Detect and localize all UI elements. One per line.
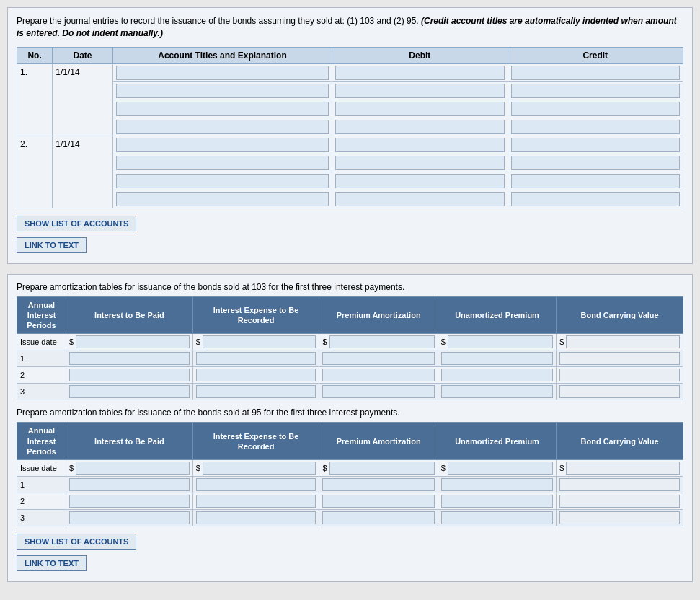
amort-103-1-prem-amort-input[interactable]	[322, 352, 434, 365]
amort-95-issue-unamort-input[interactable]	[448, 462, 553, 475]
entry-2-credit-input-1[interactable]	[511, 138, 680, 152]
amort-95-issue-prem-amort-input[interactable]	[329, 462, 435, 475]
amort-103-issue-carry: $	[557, 334, 683, 350]
entry-1-account-input-3[interactable]	[116, 102, 329, 116]
entry-2-account-input-3[interactable]	[116, 174, 329, 188]
amort-95-3-exp-input[interactable]	[196, 511, 316, 524]
amort-103-1-carry-input[interactable]	[559, 352, 680, 365]
amort-95-2-paid-input[interactable]	[69, 495, 190, 508]
amort-95-issue-row: Issue date $ $ $	[17, 460, 683, 477]
entry-2-account-input-1[interactable]	[116, 138, 329, 152]
entry-1-credit-input-4[interactable]	[511, 120, 680, 134]
dollar-sign: $	[196, 464, 201, 472]
amort-95-issue-carry-input[interactable]	[566, 462, 680, 475]
entry-2-account-input-4[interactable]	[116, 192, 329, 206]
entry-1-account-input-1[interactable]	[116, 66, 329, 80]
table-row: 1. 1/1/14	[17, 63, 683, 81]
entry-1-credit-input-1[interactable]	[511, 66, 680, 80]
amort-95-row-2: 2	[17, 493, 683, 510]
entry-1-no: 1.	[17, 63, 53, 136]
entry-1-debit-input-1[interactable]	[335, 66, 504, 80]
dollar-sign: $	[196, 338, 201, 346]
entry-2-credit-2	[508, 154, 683, 172]
entry-2-account-2	[112, 154, 332, 172]
amort-95-2-prem-amort	[319, 493, 438, 510]
dollar-sign: $	[322, 464, 327, 472]
amort-95-2-exp-input[interactable]	[196, 495, 316, 508]
amort-95-2-carry-input[interactable]	[559, 495, 680, 508]
entry-1-debit-input-2[interactable]	[335, 84, 504, 98]
amort-95-2-unamort-input[interactable]	[441, 495, 553, 508]
amort-103-2-carry-input[interactable]	[559, 369, 680, 381]
entry-2-credit-input-4[interactable]	[511, 192, 680, 206]
amort-95-3-carry-input[interactable]	[559, 511, 680, 524]
journal-instruction: Prepare the journal entries to record th…	[17, 15, 683, 40]
entry-1-credit-input-3[interactable]	[511, 102, 680, 116]
amort-95-3-paid-input[interactable]	[69, 511, 190, 524]
entry-2-credit-input-2[interactable]	[511, 156, 680, 170]
amort-103-2-exp-input[interactable]	[196, 369, 316, 381]
amort-103-col-bond-carry: Bond Carrying Value	[557, 296, 683, 334]
amort-95-1-carry-input[interactable]	[559, 478, 680, 491]
entry-2-debit-2	[332, 154, 508, 172]
amort-95-col-premium-amort: Premium Amortization	[319, 423, 438, 460]
amort-103-2-unamort-input[interactable]	[441, 369, 553, 381]
amort-95-1-paid	[66, 477, 193, 493]
entry-1-credit-input-2[interactable]	[511, 84, 680, 98]
amort-95-issue-prem-amort: $	[319, 460, 438, 477]
amort-103-3-exp-input[interactable]	[196, 385, 316, 398]
amort-95-issue-exp-input[interactable]	[203, 462, 316, 475]
amort-95-3-exp	[192, 510, 319, 526]
table-row	[17, 118, 683, 136]
amort-103-3-unamort-input[interactable]	[441, 385, 553, 398]
amort-103-issue-exp-input[interactable]	[203, 335, 316, 348]
amort-95-1-prem-amort	[319, 477, 438, 493]
entry-1-credit-2	[508, 81, 683, 100]
amort-95-3-prem-amort-input[interactable]	[322, 511, 434, 524]
amort-103-issue-unamort-input[interactable]	[448, 335, 553, 348]
entry-1-debit-input-4[interactable]	[335, 120, 504, 134]
amort-103-issue-carry-input[interactable]	[566, 335, 680, 348]
amort-95-1-prem-amort-input[interactable]	[322, 478, 434, 491]
amort-103-3-prem-amort-input[interactable]	[322, 385, 434, 398]
amort-103-issue-prem-amort-input[interactable]	[329, 335, 435, 348]
table-row	[17, 81, 683, 100]
show-accounts-button-2[interactable]: SHOW LIST OF ACCOUNTS	[17, 534, 136, 550]
amort-103-1-paid-input[interactable]	[69, 352, 190, 365]
entry-2-debit-input-4[interactable]	[335, 192, 504, 206]
amort-103-2-prem-amort-input[interactable]	[322, 369, 434, 381]
amort-103-3-carry-input[interactable]	[559, 385, 680, 398]
entry-2-account-1	[112, 136, 332, 154]
entry-2-debit-input-2[interactable]	[335, 156, 504, 170]
amort-95-issue-paid-input[interactable]	[76, 462, 190, 475]
entry-1-account-input-2[interactable]	[116, 84, 329, 98]
link-to-text-button-1[interactable]: LINK TO TEXT	[17, 237, 87, 253]
entry-2-debit-input-1[interactable]	[335, 138, 504, 152]
entry-2-account-input-2[interactable]	[116, 156, 329, 170]
amort-95-1-exp-input[interactable]	[196, 478, 316, 491]
link-to-text-button-2[interactable]: LINK TO TEXT	[17, 555, 87, 571]
amort-103-issue-paid-input[interactable]	[76, 335, 190, 348]
show-accounts-button-1[interactable]: SHOW LIST OF ACCOUNTS	[17, 216, 136, 231]
amort-103-1-exp-input[interactable]	[196, 352, 316, 365]
col-header-credit: Credit	[508, 47, 683, 63]
amort-103-3-paid-input[interactable]	[69, 385, 190, 398]
amort-95-2-prem-amort-input[interactable]	[322, 495, 434, 508]
amort-95-issue-exp: $	[192, 460, 319, 477]
amort-103-1-unamort-input[interactable]	[441, 352, 553, 365]
entry-1-credit-3	[508, 100, 683, 118]
entry-1-account-input-4[interactable]	[116, 120, 329, 134]
amort-95-1-paid-input[interactable]	[69, 478, 190, 491]
amort-103-label-2: 2	[17, 367, 66, 384]
amort-103-2-paid-input[interactable]	[69, 369, 190, 381]
table-row	[17, 154, 683, 172]
entry-2-credit-input-3[interactable]	[511, 174, 680, 188]
amort-103-1-prem-amort	[319, 350, 438, 367]
amort-95-3-unamort-input[interactable]	[441, 511, 553, 524]
entry-2-debit-input-3[interactable]	[335, 174, 504, 188]
amort-95-label-1: 1	[17, 477, 66, 493]
amort-103-label-3: 3	[17, 384, 66, 400]
entry-1-debit-input-3[interactable]	[335, 102, 504, 116]
amort-95-row-1: 1	[17, 477, 683, 493]
amort-95-1-unamort-input[interactable]	[441, 478, 553, 491]
